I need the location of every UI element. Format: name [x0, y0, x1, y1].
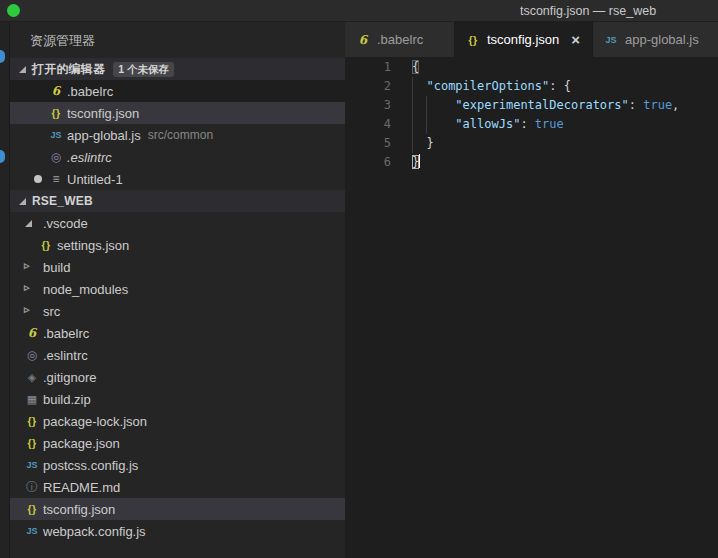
- tree-file-settings.json[interactable]: {}settings.json: [10, 234, 345, 256]
- tree-folder-node_modules[interactable]: node_modules: [10, 278, 345, 300]
- line-text: }: [412, 134, 434, 153]
- open-editor-item[interactable]: ≡Untitled-1: [10, 168, 345, 190]
- chevron-expanded-icon: [18, 196, 28, 206]
- open-editor-item[interactable]: 6.babelrc: [10, 80, 345, 102]
- json-file-icon: {}: [38, 239, 54, 251]
- code-token: [412, 79, 426, 93]
- tree-file-README.md[interactable]: ⓘREADME.md: [10, 476, 345, 498]
- file-name: postcss.config.js: [43, 458, 138, 473]
- line-number: 6: [345, 153, 391, 172]
- chevron-expanded-icon: [18, 64, 28, 74]
- code-token: true: [535, 117, 564, 131]
- tab-.babelrc[interactable]: 6.babelrc: [345, 22, 455, 57]
- workspace-folder-label: RSE_WEB: [32, 194, 93, 208]
- tree-folder-src[interactable]: src: [10, 300, 345, 322]
- code-token: "allowJs": [455, 117, 520, 131]
- chevron-collapsed-icon: [24, 284, 40, 294]
- tree-folder-.vscode[interactable]: .vscode: [10, 212, 345, 234]
- tab-app-global.js[interactable]: JSapp-global.js: [593, 22, 718, 57]
- line-number: 2: [345, 77, 391, 96]
- tree-file-.babelrc[interactable]: 6.babelrc: [10, 322, 345, 344]
- tab-label: .babelrc: [377, 32, 423, 47]
- chevron-expanded-icon: [24, 218, 40, 228]
- tree-file-tsconfig.json[interactable]: {}tsconfig.json: [10, 498, 345, 520]
- code-line: 4 "allowJs": true: [345, 115, 718, 134]
- code-token: [412, 98, 455, 112]
- line-text: "compilerOptions": {: [412, 77, 571, 96]
- line-text: }: [412, 153, 420, 172]
- json-file-icon: {}: [24, 503, 40, 515]
- file-name: app-global.js: [67, 128, 141, 143]
- code-line: 1{: [345, 58, 718, 77]
- tree-file-package.json[interactable]: {}package.json: [10, 432, 345, 454]
- tab-label: tsconfig.json: [487, 32, 559, 47]
- file-name: tsconfig.json: [67, 106, 139, 121]
- code-token: true: [643, 98, 672, 112]
- json-file-icon: {}: [465, 34, 481, 46]
- text-cursor: [419, 154, 420, 168]
- tree-file-webpack.config.js[interactable]: JSwebpack.config.js: [10, 520, 345, 542]
- file-file-icon: ≡: [48, 172, 64, 186]
- babel-file-icon: 6: [24, 326, 40, 340]
- file-name: webpack.config.js: [43, 524, 146, 539]
- js-file-icon: JS: [24, 526, 40, 536]
- folder-name: src: [43, 304, 60, 319]
- tab-tsconfig.json[interactable]: {}tsconfig.json×: [455, 22, 593, 57]
- tree-file-.gitignore[interactable]: ◈.gitignore: [10, 366, 345, 388]
- json-file-icon: {}: [24, 415, 40, 427]
- code-line: 5 }: [345, 134, 718, 153]
- indent-guide: [426, 96, 427, 134]
- explorer-sidebar: 资源管理器 打开的编辑器 1 个未保存 6.babelrc{}tsconfig.…: [10, 22, 345, 558]
- babel-file-icon: 6: [48, 84, 64, 98]
- tree-file-package-lock.json[interactable]: {}package-lock.json: [10, 410, 345, 432]
- folder-name: build: [43, 260, 70, 275]
- window-title: tsconfig.json — rse_web: [458, 0, 718, 22]
- info-file-icon: ⓘ: [24, 479, 40, 496]
- file-name: tsconfig.json: [43, 502, 115, 517]
- file-name: build.zip: [43, 392, 91, 407]
- file-name: README.md: [43, 480, 120, 495]
- file-name: .eslintrc: [67, 150, 112, 165]
- git-file-icon: ◈: [24, 371, 40, 384]
- line-text: {: [412, 58, 419, 77]
- open-editors-section-header[interactable]: 打开的编辑器 1 个未保存: [10, 58, 345, 80]
- open-editors-list: 6.babelrc{}tsconfig.jsonJSapp-global.jss…: [10, 80, 345, 190]
- tree-file-build.zip[interactable]: ▦build.zip: [10, 388, 345, 410]
- babel-file-icon: 6: [355, 33, 371, 47]
- folder-name: .vscode: [43, 216, 88, 231]
- line-number: 4: [345, 115, 391, 134]
- open-editor-item[interactable]: {}tsconfig.json: [10, 102, 345, 124]
- file-name: settings.json: [57, 238, 129, 253]
- traffic-light-green-button[interactable]: [7, 4, 20, 17]
- tab-bar: 6.babelrc{}tsconfig.json×JSapp-global.js: [345, 22, 718, 57]
- code-token: ,: [672, 98, 679, 112]
- code-editor[interactable]: 1{2 "compilerOptions": {3 "experimentalD…: [345, 57, 718, 558]
- chevron-collapsed-icon: [24, 306, 40, 316]
- close-icon[interactable]: ×: [571, 32, 580, 47]
- activity-badge-icon: [0, 50, 5, 63]
- code-token: :: [629, 98, 643, 112]
- tree-file-postcss.config.js[interactable]: JSpostcss.config.js: [10, 454, 345, 476]
- js-file-icon: JS: [24, 460, 40, 470]
- vscode-window: tsconfig.json — rse_web 资源管理器 打开的编辑器 1 个…: [0, 0, 718, 558]
- file-name: Untitled-1: [67, 172, 123, 187]
- code-lines: 1{2 "compilerOptions": {3 "experimentalD…: [345, 58, 718, 172]
- code-token: :: [520, 117, 534, 131]
- code-line: 2 "compilerOptions": {: [345, 77, 718, 96]
- open-editor-item[interactable]: ◎.eslintrc: [10, 146, 345, 168]
- tree-folder-build[interactable]: build: [10, 256, 345, 278]
- file-name: .eslintrc: [43, 348, 88, 363]
- folder-name: node_modules: [43, 282, 128, 297]
- line-number: 3: [345, 96, 391, 115]
- eslint-file-icon: ◎: [24, 348, 40, 362]
- open-editors-label: 打开的编辑器: [32, 61, 105, 78]
- json-file-icon: {}: [24, 437, 40, 449]
- unsaved-count-badge: 1 个未保存: [113, 62, 174, 77]
- file-name: .babelrc: [67, 84, 113, 99]
- code-line: 6}: [345, 153, 718, 172]
- open-editor-item[interactable]: JSapp-global.jssrc/common: [10, 124, 345, 146]
- workspace-folder-header[interactable]: RSE_WEB: [10, 190, 345, 212]
- file-name: .babelrc: [43, 326, 89, 341]
- titlebar: tsconfig.json — rse_web: [0, 0, 718, 22]
- tree-file-.eslintrc[interactable]: ◎.eslintrc: [10, 344, 345, 366]
